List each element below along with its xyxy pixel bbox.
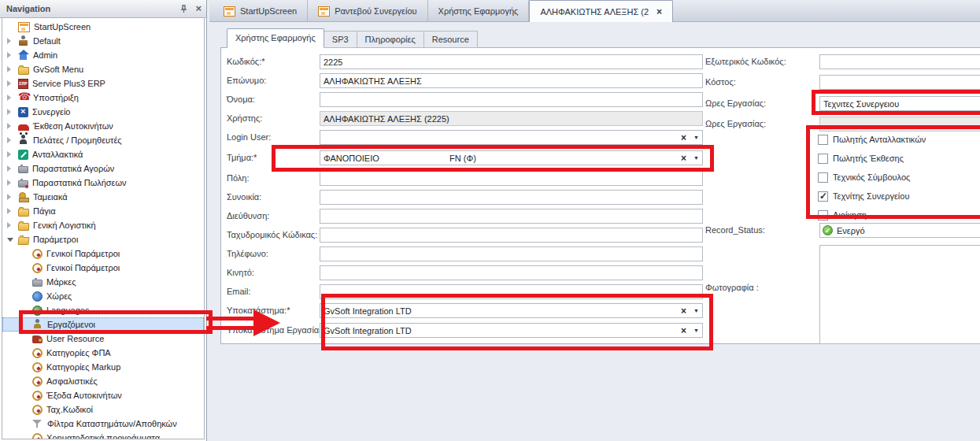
nav-tree-item[interactable]: Service Plus3 ERP [2,76,204,91]
expander-icon[interactable] [7,238,13,242]
nav-tree-item[interactable]: Ταμειακά [2,190,204,204]
field-input[interactable]: ΦΑΝΟΠΟΙΕΙΟ FN (Φ) × ▼ [320,150,703,165]
field-input[interactable]: × ▼ [320,190,703,205]
dropdown-arrow-icon[interactable]: ▼ [693,155,699,161]
photo-box[interactable] [819,245,980,344]
checkbox-icon[interactable]: ✓ [818,135,828,145]
nav-tree-item[interactable]: Συνεργείο [2,105,204,119]
expander-icon[interactable] [7,222,11,228]
expander-icon[interactable] [7,52,11,58]
field-input[interactable]: × ▼ [320,171,703,186]
expander-icon[interactable] [7,208,11,214]
compass-icon [32,433,43,440]
nav-tree-item[interactable]: User Resource [2,332,204,346]
nav-tree-item[interactable]: Κατηγορίες Markup [2,360,204,374]
field-label: Τμήμα:* [227,153,257,162]
dropdown-arrow-icon[interactable]: ▼ [693,308,699,313]
field-label: Email: [227,287,251,296]
field-input[interactable]: × ▼ [320,209,703,224]
field-input[interactable]: Τεχνιτες Συνεργειου [819,96,980,111]
dropdown-arrow-icon[interactable]: ▼ [693,328,699,333]
checkbox-icon[interactable]: ✓ [818,210,828,220]
nav-tree-item[interactable]: StartUpScreen [2,20,204,34]
field-input[interactable]: GvSoft Integration LTD × ▼ [320,323,703,338]
field-input[interactable]: 2225 × ▼ [320,54,703,69]
nav-tree-item[interactable]: Εργαζόμενοι [2,317,204,332]
nav-tree-item[interactable]: Γενική Λογιστική [2,218,204,232]
field-input[interactable]: × ▼ [320,265,703,280]
document-tab[interactable]: StartUpScreen [213,0,308,21]
clear-icon[interactable]: × [681,306,686,316]
field-input[interactable] [819,117,980,132]
nav-tree-item[interactable]: Μάρκες [2,275,204,289]
nav-tree-item[interactable]: Ασφαλιστικές [2,374,204,388]
checkbox-icon[interactable]: ✓ [818,191,828,202]
expander-icon[interactable] [7,180,11,186]
nav-tree-item[interactable]: Admin [2,48,204,62]
expander-icon[interactable] [7,38,11,44]
nav-tree-item[interactable]: Πάγια [2,204,204,218]
field-input[interactable]: ΑΛΗΦΑΚΙΩΤΗΣ ΑΛΕΞΗΣ (2225) × ▼ [320,111,703,126]
expander-icon[interactable] [7,94,11,101]
nav-tree-item[interactable]: Υποστήριξη [2,91,204,105]
nav-tree-item[interactable]: Languages [2,303,204,317]
expander-icon[interactable] [7,151,11,158]
nav-tree-item[interactable]: Κατηγορίες ΦΠΑ [2,346,204,360]
role-checkbox[interactable]: ✓ Πωλητής Ανταλλακτικών [818,132,926,146]
expander-icon[interactable] [7,123,11,129]
nav-tree-item[interactable]: Ταχ.Κωδικοί [2,402,204,417]
field-input[interactable]: × ▼ [320,284,703,299]
field-input[interactable]: ΑΛΗΦΑΚΙΩΤΗΣ ΑΛΕΞΗΣ × ▼ [320,73,703,88]
nav-tree-item[interactable]: Έξοδα Αυτοκινήτων [2,388,204,402]
field-input[interactable]: × ▼ [320,130,703,145]
page-tab[interactable]: Resource [424,31,478,48]
expander-icon[interactable] [7,194,11,200]
expander-icon[interactable] [7,80,11,87]
field-input[interactable]: GvSoft Integration LTD × ▼ [320,303,703,318]
field-input[interactable]: × ▼ [320,246,703,261]
nav-tree-item[interactable]: Γενικοί Παράμετροι [2,261,204,275]
expander-icon[interactable] [7,66,11,72]
role-checkbox[interactable]: ✓ Τεχνίτης Συνεργείου [818,189,909,203]
nav-tree-item[interactable]: Default [2,34,204,48]
document-tab[interactable]: Χρήστης Εφαρμογής [428,0,530,21]
checkbox-icon[interactable]: ✓ [818,154,828,164]
field-input[interactable]: × ▼ [320,228,703,243]
page-tab[interactable]: Χρήστης Εφαρμογής [227,28,324,48]
record-status-field[interactable]: ✓ Ενεργό [819,223,980,238]
role-checkbox[interactable]: ✓ Πωλητής Έκθεσης [818,151,904,165]
role-checkbox[interactable]: ✓ Διοίκηση [818,208,867,222]
nav-tree-item[interactable]: GvSoft Menu [2,62,204,76]
nav-tree-item[interactable]: Παράμετροι [2,232,204,246]
clear-icon[interactable]: × [681,326,686,335]
nav-tree-item[interactable]: Έκθεση Αυτοκινήτων [2,119,204,133]
folder-open-icon [17,237,29,245]
nav-tree-item[interactable]: Παραστατικά Αγορών [2,161,204,176]
role-checkbox[interactable]: ✓ Τεχνικός Σύμβουλος [818,170,910,184]
page-tab[interactable]: Πληροφορίες [357,31,424,48]
close-tab-icon[interactable]: × [656,6,662,17]
nav-tree-item[interactable]: Ανταλλακτικά [2,147,204,161]
dropdown-arrow-icon[interactable]: ▼ [693,135,699,140]
expander-icon[interactable] [7,109,11,115]
nav-item-label: Ταχ.Κωδικοί [46,405,93,414]
clear-icon[interactable]: × [681,133,686,143]
nav-tree-item[interactable]: Πελάτες / Προμηθευτές [2,133,204,147]
nav-tree-item[interactable]: Φίλτρα Καταστημάτων/Αποθηκών [2,417,204,431]
nav-tree-item[interactable]: Χρηματοδοτικά προγράμματα [2,431,204,439]
field-input[interactable] [819,54,980,69]
pin-icon[interactable] [178,3,189,14]
close-icon[interactable]: × [195,3,202,14]
expander-icon[interactable] [7,137,11,143]
clear-icon[interactable]: × [681,154,686,163]
expander-icon[interactable] [7,165,11,172]
field-input[interactable]: × ▼ [320,92,703,107]
checkbox-icon[interactable]: ✓ [818,172,828,183]
page-tab[interactable]: SP3 [324,31,357,48]
field-input[interactable] [819,75,980,90]
nav-tree-item[interactable]: Χώρες [2,289,204,303]
document-tab[interactable]: ΑΛΗΦΑΚΙΩΤΗΣ ΑΛΕΞΗΣ (2 × [529,0,673,22]
nav-tree-item[interactable]: Παραστατικά Πωλήσεων [2,176,204,190]
document-tab[interactable]: Ραντεβού Συνεργείου [308,0,427,21]
nav-tree-item[interactable]: Γενικοί Παράμετροι [2,246,204,261]
